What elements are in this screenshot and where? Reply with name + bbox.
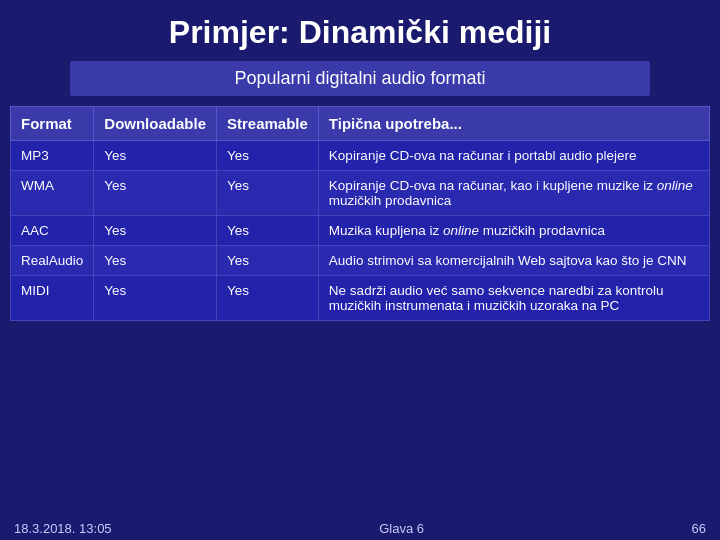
cell-format: RealAudio [11, 246, 94, 276]
usage-text-post: muzičkih prodavnica [479, 223, 605, 238]
audio-formats-table: Format Downloadable Streamable Tipična u… [10, 106, 710, 321]
table-row: RealAudio Yes Yes Audio strimovi sa kome… [11, 246, 710, 276]
table-container: Format Downloadable Streamable Tipična u… [10, 106, 710, 515]
table-row: WMA Yes Yes Kopiranje CD-ova na računar,… [11, 171, 710, 216]
table-row: AAC Yes Yes Muzika kupljena iz online mu… [11, 216, 710, 246]
footer-date: 18.3.2018. 13:05 [14, 521, 112, 536]
cell-downloadable: Yes [94, 216, 217, 246]
cell-format: AAC [11, 216, 94, 246]
presentation-slide: Primjer: Dinamički mediji Popularni digi… [0, 0, 720, 540]
col-header-streamable: Streamable [216, 107, 318, 141]
col-header-format: Format [11, 107, 94, 141]
footer-bar: 18.3.2018. 13:05 Glava 6 66 [10, 515, 710, 540]
subtitle-bar: Popularni digitalni audio formati [70, 61, 650, 96]
cell-usage: Kopiranje CD-ova na računar, kao i kuplj… [318, 171, 709, 216]
usage-text-italic: online [443, 223, 479, 238]
usage-text-pre: Kopiranje CD-ova na računar, kao i kuplj… [329, 178, 657, 193]
usage-text-post: muzičkih prodavnica [329, 193, 451, 208]
cell-usage: Muzika kupljena iz online muzičkih proda… [318, 216, 709, 246]
cell-format: MP3 [11, 141, 94, 171]
footer-page: 66 [692, 521, 706, 536]
table-header-row: Format Downloadable Streamable Tipična u… [11, 107, 710, 141]
cell-streamable: Yes [216, 276, 318, 321]
cell-usage: Audio strimovi sa komercijalnih Web sajt… [318, 246, 709, 276]
usage-text-pre: Muzika kupljena iz [329, 223, 443, 238]
cell-streamable: Yes [216, 141, 318, 171]
cell-format: WMA [11, 171, 94, 216]
main-title: Primjer: Dinamički mediji [0, 0, 720, 61]
cell-downloadable: Yes [94, 141, 217, 171]
cell-usage: Kopiranje CD-ova na računar i portabl au… [318, 141, 709, 171]
cell-streamable: Yes [216, 246, 318, 276]
cell-usage: Ne sadrži audio već samo sekvence naredb… [318, 276, 709, 321]
subtitle-text: Popularni digitalni audio formati [234, 68, 485, 88]
cell-streamable: Yes [216, 216, 318, 246]
cell-downloadable: Yes [94, 171, 217, 216]
table-row: MIDI Yes Yes Ne sadrži audio već samo se… [11, 276, 710, 321]
cell-downloadable: Yes [94, 276, 217, 321]
table-row: MP3 Yes Yes Kopiranje CD-ova na računar … [11, 141, 710, 171]
cell-streamable: Yes [216, 171, 318, 216]
col-header-downloadable: Downloadable [94, 107, 217, 141]
col-header-usage: Tipična upotreba... [318, 107, 709, 141]
footer-chapter: Glava 6 [379, 521, 424, 536]
cell-format: MIDI [11, 276, 94, 321]
cell-downloadable: Yes [94, 246, 217, 276]
usage-text-italic: online [657, 178, 693, 193]
